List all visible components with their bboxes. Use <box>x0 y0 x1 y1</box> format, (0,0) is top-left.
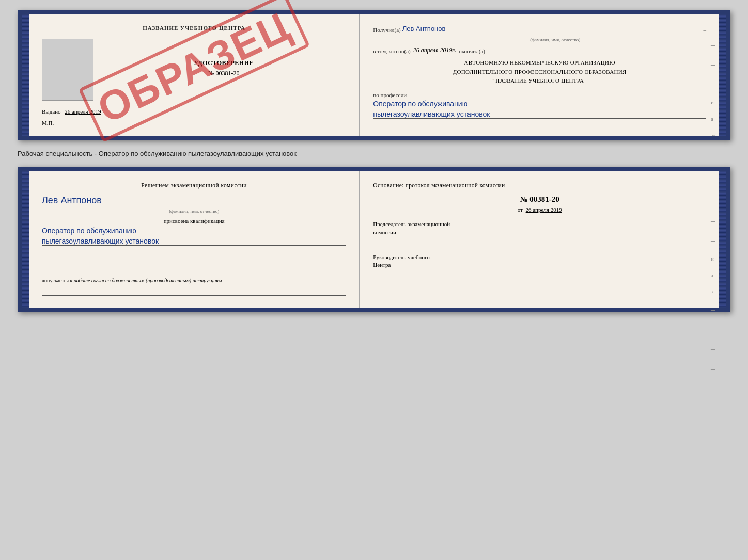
chairman-title: Председатель экзаменационной комиссии <box>373 220 706 236</box>
middle-text: Рабочая специальность - Оператор по обсл… <box>18 146 730 162</box>
qual-line1: Оператор по обслуживанию <box>42 227 346 235</box>
photo-placeholder <box>42 39 93 101</box>
date-row: в том, что он(а) 26 апреля 2019г. окончи… <box>373 46 706 54</box>
mp-label: М.П. <box>42 120 346 126</box>
booklet-spine-bottom-left <box>22 171 29 308</box>
profession-line2: пылегазоулавливающих установок <box>373 110 706 119</box>
bottom-section-title: Решением экзаменационной комиссии <box>42 181 346 190</box>
bottom-booklet: Решением экзаменационной комиссии Лев Ан… <box>18 167 730 312</box>
bottom-left-page: Решением экзаменационной комиссии Лев Ан… <box>29 171 360 308</box>
blank-line2 <box>42 260 346 270</box>
dash-r7: – <box>711 149 716 158</box>
bdash-r5: а <box>711 272 716 278</box>
org-line2: ДОПОЛНИТЕЛЬНОГО ПРОФЕССИОНАЛЬНОГО ОБРАЗО… <box>373 68 706 77</box>
dash-r5: а <box>711 116 716 122</box>
bdash-r9: – <box>711 344 716 354</box>
qual-label: присвоена квалификация <box>42 218 346 224</box>
bdash-r3: – <box>711 236 716 245</box>
booklet-spine-right-top <box>719 14 726 136</box>
received-row: Получил(а) Лев Антпонов – <box>373 25 706 33</box>
protocol-date: от 26 апреля 2019 <box>373 206 706 213</box>
dash-r3: – <box>711 79 716 89</box>
chairman-signature-line <box>373 238 466 248</box>
bdash-r7: – <box>711 305 716 314</box>
qual-line2: пылегазоулавливающих установок <box>42 237 346 246</box>
date-prefix: в том, что он(а) <box>373 48 410 54</box>
top-booklet: НАЗВАНИЕ УЧЕБНОГО ЦЕНТРА УДОСТОВЕРЕНИЕ №… <box>18 10 730 140</box>
director-signature-line <box>373 271 466 281</box>
org-line1: АВТОНОМНУЮ НЕКОММЕРЧЕСКУЮ ОРГАНИЗАЦИЮ <box>373 58 706 68</box>
bdash-r10: – <box>711 364 716 373</box>
top-right-page: Получил(а) Лев Антпонов – (фамилия, имя,… <box>360 14 719 136</box>
director-title-line2: Центра <box>373 262 391 268</box>
profession-line1: Оператор по обслуживанию <box>373 100 706 108</box>
org-block: АВТОНОМНУЮ НЕКОММЕРЧЕСКУЮ ОРГАНИЗАЦИЮ ДО… <box>373 58 706 86</box>
finished-label: окончил(а) <box>459 48 485 54</box>
bdash-r6: ← <box>711 289 716 295</box>
blank-line1 <box>42 248 346 258</box>
booklet-spine-bottom-right <box>719 171 726 308</box>
fio-hint-top: (фамилия, имя, отчество) <box>404 37 706 42</box>
received-label: Получил(а) <box>373 27 400 33</box>
director-block: Руководитель учебного Центра <box>373 253 706 281</box>
protocol-date-prefix: от <box>518 206 523 213</box>
blank-line3 <box>42 285 346 296</box>
protocol-number: № 00381-20 <box>373 195 706 204</box>
cert-title-area: УДОСТОВЕРЕНИЕ № 00381-20 <box>101 39 346 101</box>
top-left-page: НАЗВАНИЕ УЧЕБНОГО ЦЕНТРА УДОСТОВЕРЕНИЕ №… <box>29 14 360 136</box>
person-name-field: Лев Антпонов <box>401 25 699 33</box>
section-title-line1: Решением экзаменационной комиссии <box>141 182 247 188</box>
bottom-fio-hint: (фамилия, имя, отчество) <box>42 207 346 214</box>
chairman-title-line2: комиссии <box>373 229 396 235</box>
work-permit-text: работе согласно должностным (производств… <box>74 278 222 283</box>
date-value: 26 апреля 2019г. <box>413 46 456 54</box>
cert-main-area: УДОСТОВЕРЕНИЕ № 00381-20 <box>42 39 346 101</box>
director-title-line1: Руководитель учебного <box>373 254 429 260</box>
chairman-title-line1: Председатель экзаменационной <box>373 221 450 227</box>
work-permit-prefix: допускается к <box>42 278 72 283</box>
bdash-r4: и <box>711 255 716 262</box>
bottom-right-dashes: – – – и а ← – – – – <box>711 197 716 373</box>
cert-title: УДОСТОВЕРЕНИЕ <box>101 59 346 67</box>
basis-title: Основание: протокол экзаменационной коми… <box>373 181 706 190</box>
dash-r4: и <box>711 99 716 105</box>
cert-issued-row: Выдано 26 апреля 2019 <box>42 108 346 115</box>
booklet-spine-left <box>22 14 29 136</box>
bottom-right-page: Основание: протокол экзаменационной коми… <box>360 171 719 308</box>
work-permit: допускается к работе согласно должностны… <box>42 276 346 283</box>
org-line3: " НАЗВАНИЕ УЧЕБНОГО ЦЕНТРА " <box>373 76 706 86</box>
dash1: – <box>704 27 707 33</box>
profession-block: по профессии Оператор по обслуживанию пы… <box>373 92 706 119</box>
dash-r2: – <box>711 60 716 69</box>
profession-label: по профессии <box>373 92 706 98</box>
director-title: Руководитель учебного Центра <box>373 253 706 269</box>
bdash-r8: – <box>711 325 716 334</box>
protocol-date-value: 26 апреля 2019 <box>526 206 562 213</box>
document-container: НАЗВАНИЕ УЧЕБНОГО ЦЕНТРА УДОСТОВЕРЕНИЕ №… <box>18 10 730 312</box>
cert-number: № 00381-20 <box>101 70 346 77</box>
issued-label: Выдано <box>42 108 61 115</box>
bdash-r2: – <box>711 216 716 226</box>
chairman-block: Председатель экзаменационной комиссии <box>373 220 706 248</box>
bdash-r1: – <box>711 197 716 206</box>
cert-header: НАЗВАНИЕ УЧЕБНОГО ЦЕНТРА <box>42 25 346 31</box>
bottom-person-name: Лев Антпонов <box>42 195 346 206</box>
issued-date: 26 апреля 2019 <box>65 108 101 115</box>
dash-r6: ← <box>711 132 716 138</box>
dash-r1: – <box>711 40 716 50</box>
